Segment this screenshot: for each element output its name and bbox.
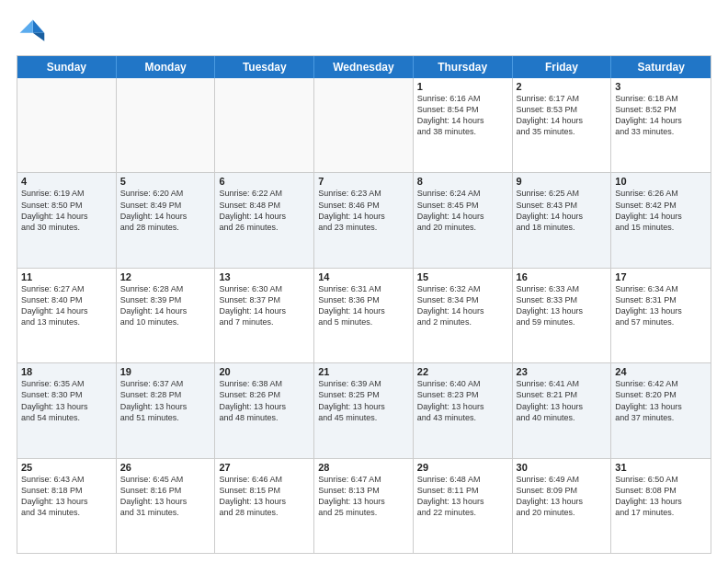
- day-cell-13: 13Sunrise: 6:30 AM Sunset: 8:37 PM Dayli…: [215, 269, 314, 362]
- day-info: Sunrise: 6:34 AM Sunset: 8:31 PM Dayligh…: [615, 283, 707, 328]
- calendar-body: 1Sunrise: 6:16 AM Sunset: 8:54 PM Daylig…: [17, 78, 711, 553]
- day-info: Sunrise: 6:20 AM Sunset: 8:49 PM Dayligh…: [120, 188, 211, 233]
- day-info: Sunrise: 6:38 AM Sunset: 8:26 PM Dayligh…: [219, 378, 310, 423]
- day-cell-15: 15Sunrise: 6:32 AM Sunset: 8:34 PM Dayli…: [414, 269, 513, 362]
- day-cell-8: 8Sunrise: 6:24 AM Sunset: 8:45 PM Daylig…: [414, 173, 513, 267]
- calendar-row-0: 1Sunrise: 6:16 AM Sunset: 8:54 PM Daylig…: [17, 78, 711, 172]
- day-number: 28: [318, 462, 409, 473]
- day-number: 30: [517, 462, 608, 473]
- day-cell-12: 12Sunrise: 6:28 AM Sunset: 8:39 PM Dayli…: [117, 269, 216, 362]
- svg-marker-0: [33, 20, 44, 33]
- day-number: 4: [21, 176, 112, 187]
- day-info: Sunrise: 6:46 AM Sunset: 8:15 PM Dayligh…: [219, 474, 310, 519]
- day-info: Sunrise: 6:45 AM Sunset: 8:16 PM Dayligh…: [120, 474, 211, 519]
- weekday-header-tuesday: Tuesday: [215, 56, 314, 78]
- day-info: Sunrise: 6:39 AM Sunset: 8:25 PM Dayligh…: [318, 378, 409, 423]
- day-info: Sunrise: 6:32 AM Sunset: 8:34 PM Dayligh…: [417, 283, 508, 328]
- weekday-header-monday: Monday: [117, 56, 216, 78]
- day-cell-5: 5Sunrise: 6:20 AM Sunset: 8:49 PM Daylig…: [117, 173, 216, 267]
- day-cell-24: 24Sunrise: 6:42 AM Sunset: 8:20 PM Dayli…: [611, 363, 711, 457]
- day-cell-21: 21Sunrise: 6:39 AM Sunset: 8:25 PM Dayli…: [314, 363, 414, 457]
- day-number: 13: [219, 271, 310, 282]
- day-info: Sunrise: 6:24 AM Sunset: 8:45 PM Dayligh…: [417, 188, 508, 233]
- day-number: 29: [417, 462, 508, 473]
- day-info: Sunrise: 6:28 AM Sunset: 8:39 PM Dayligh…: [120, 283, 211, 328]
- day-number: 6: [219, 176, 310, 187]
- logo-icon: [17, 17, 46, 46]
- day-number: 25: [21, 462, 112, 473]
- day-number: 5: [120, 176, 211, 187]
- day-cell-16: 16Sunrise: 6:33 AM Sunset: 8:33 PM Dayli…: [513, 269, 612, 362]
- day-cell-30: 30Sunrise: 6:49 AM Sunset: 8:09 PM Dayli…: [513, 459, 612, 553]
- day-cell-10: 10Sunrise: 6:26 AM Sunset: 8:42 PM Dayli…: [611, 173, 711, 267]
- day-number: 19: [120, 366, 211, 377]
- day-number: 20: [219, 366, 310, 377]
- empty-cell: [215, 78, 314, 172]
- day-info: Sunrise: 6:41 AM Sunset: 8:21 PM Dayligh…: [517, 378, 608, 423]
- calendar-row-2: 11Sunrise: 6:27 AM Sunset: 8:40 PM Dayli…: [17, 268, 711, 362]
- day-cell-1: 1Sunrise: 6:16 AM Sunset: 8:54 PM Daylig…: [414, 78, 513, 172]
- day-number: 15: [417, 271, 508, 282]
- day-info: Sunrise: 6:17 AM Sunset: 8:53 PM Dayligh…: [517, 93, 608, 138]
- day-number: 14: [318, 271, 409, 282]
- day-cell-11: 11Sunrise: 6:27 AM Sunset: 8:40 PM Dayli…: [17, 269, 117, 362]
- calendar-header: SundayMondayTuesdayWednesdayThursdayFrid…: [17, 56, 711, 78]
- day-info: Sunrise: 6:40 AM Sunset: 8:23 PM Dayligh…: [417, 378, 508, 423]
- empty-cell: [314, 78, 414, 172]
- svg-marker-2: [20, 20, 33, 33]
- page: SundayMondayTuesdayWednesdayThursdayFrid…: [0, 0, 728, 563]
- day-number: 3: [615, 81, 707, 92]
- day-number: 12: [120, 271, 211, 282]
- day-number: 9: [517, 176, 608, 187]
- day-number: 26: [120, 462, 211, 473]
- day-number: 11: [21, 271, 112, 282]
- day-info: Sunrise: 6:35 AM Sunset: 8:30 PM Dayligh…: [21, 378, 112, 423]
- day-cell-28: 28Sunrise: 6:47 AM Sunset: 8:13 PM Dayli…: [314, 459, 414, 553]
- day-cell-26: 26Sunrise: 6:45 AM Sunset: 8:16 PM Dayli…: [117, 459, 216, 553]
- day-info: Sunrise: 6:25 AM Sunset: 8:43 PM Dayligh…: [517, 188, 608, 233]
- day-info: Sunrise: 6:37 AM Sunset: 8:28 PM Dayligh…: [120, 378, 211, 423]
- day-info: Sunrise: 6:50 AM Sunset: 8:08 PM Dayligh…: [615, 474, 707, 519]
- day-info: Sunrise: 6:22 AM Sunset: 8:48 PM Dayligh…: [219, 188, 310, 233]
- day-cell-18: 18Sunrise: 6:35 AM Sunset: 8:30 PM Dayli…: [17, 363, 117, 457]
- calendar-row-4: 25Sunrise: 6:43 AM Sunset: 8:18 PM Dayli…: [17, 458, 711, 553]
- day-number: 10: [615, 176, 707, 187]
- day-info: Sunrise: 6:16 AM Sunset: 8:54 PM Dayligh…: [417, 93, 508, 138]
- day-number: 27: [219, 462, 310, 473]
- day-number: 1: [417, 81, 508, 92]
- day-cell-29: 29Sunrise: 6:48 AM Sunset: 8:11 PM Dayli…: [414, 459, 513, 553]
- day-cell-4: 4Sunrise: 6:19 AM Sunset: 8:50 PM Daylig…: [17, 173, 117, 267]
- day-info: Sunrise: 6:43 AM Sunset: 8:18 PM Dayligh…: [21, 474, 112, 519]
- day-cell-27: 27Sunrise: 6:46 AM Sunset: 8:15 PM Dayli…: [215, 459, 314, 553]
- day-number: 2: [517, 81, 608, 92]
- day-info: Sunrise: 6:49 AM Sunset: 8:09 PM Dayligh…: [517, 474, 608, 519]
- day-info: Sunrise: 6:23 AM Sunset: 8:46 PM Dayligh…: [318, 188, 409, 233]
- day-number: 21: [318, 366, 409, 377]
- day-info: Sunrise: 6:18 AM Sunset: 8:52 PM Dayligh…: [615, 93, 707, 138]
- day-info: Sunrise: 6:26 AM Sunset: 8:42 PM Dayligh…: [615, 188, 707, 233]
- svg-marker-1: [33, 33, 44, 41]
- day-number: 31: [615, 462, 707, 473]
- weekday-header-sunday: Sunday: [17, 56, 117, 78]
- weekday-header-wednesday: Wednesday: [314, 56, 414, 78]
- day-cell-3: 3Sunrise: 6:18 AM Sunset: 8:52 PM Daylig…: [611, 78, 711, 172]
- day-info: Sunrise: 6:27 AM Sunset: 8:40 PM Dayligh…: [21, 283, 112, 328]
- day-number: 22: [417, 366, 508, 377]
- calendar-row-1: 4Sunrise: 6:19 AM Sunset: 8:50 PM Daylig…: [17, 172, 711, 267]
- day-cell-20: 20Sunrise: 6:38 AM Sunset: 8:26 PM Dayli…: [215, 363, 314, 457]
- day-cell-2: 2Sunrise: 6:17 AM Sunset: 8:53 PM Daylig…: [513, 78, 612, 172]
- day-cell-22: 22Sunrise: 6:40 AM Sunset: 8:23 PM Dayli…: [414, 363, 513, 457]
- header: [17, 17, 711, 46]
- day-number: 16: [517, 271, 608, 282]
- empty-cell: [17, 78, 117, 172]
- day-number: 18: [21, 366, 112, 377]
- day-info: Sunrise: 6:31 AM Sunset: 8:36 PM Dayligh…: [318, 283, 409, 328]
- day-info: Sunrise: 6:42 AM Sunset: 8:20 PM Dayligh…: [615, 378, 707, 423]
- day-cell-9: 9Sunrise: 6:25 AM Sunset: 8:43 PM Daylig…: [513, 173, 612, 267]
- day-number: 24: [615, 366, 707, 377]
- weekday-header-saturday: Saturday: [611, 56, 711, 78]
- day-cell-6: 6Sunrise: 6:22 AM Sunset: 8:48 PM Daylig…: [215, 173, 314, 267]
- day-cell-25: 25Sunrise: 6:43 AM Sunset: 8:18 PM Dayli…: [17, 459, 117, 553]
- day-info: Sunrise: 6:48 AM Sunset: 8:11 PM Dayligh…: [417, 474, 508, 519]
- day-info: Sunrise: 6:33 AM Sunset: 8:33 PM Dayligh…: [517, 283, 608, 328]
